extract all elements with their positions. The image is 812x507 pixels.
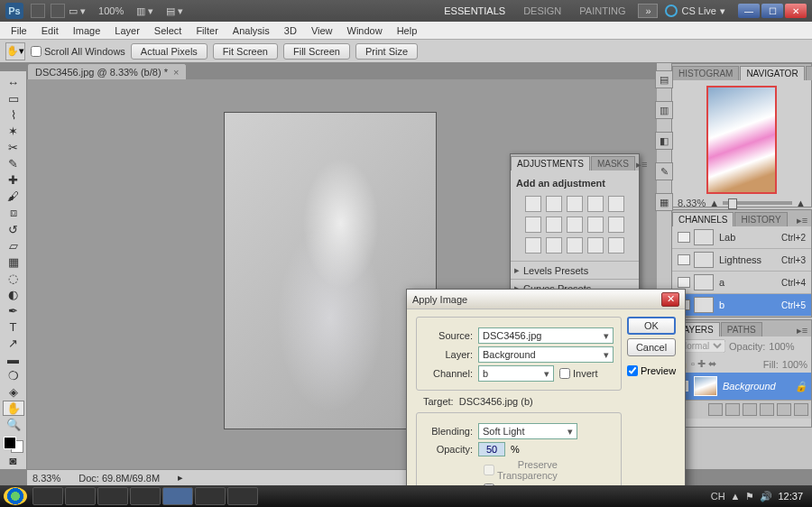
hand-tool-icon[interactable]: ✋ xyxy=(3,401,24,416)
view-extras-dropdown[interactable]: ▭ ▾ xyxy=(65,4,89,19)
workspace-more-icon[interactable]: » xyxy=(638,4,658,18)
ok-button[interactable]: OK xyxy=(627,317,676,335)
quickmask-icon[interactable]: ◙ xyxy=(3,453,24,468)
blur-tool-icon[interactable]: ◌ xyxy=(3,271,24,286)
healing-tool-icon[interactable]: ✚ xyxy=(3,172,24,188)
visibility-icon[interactable] xyxy=(678,232,690,243)
blending-combo[interactable]: Soft Light▾ xyxy=(478,423,577,439)
status-zoom[interactable]: 8.33% xyxy=(32,473,60,484)
taskbar-item-photoshop[interactable] xyxy=(162,487,193,505)
panel-menu-icon[interactable]: ▸≡ xyxy=(636,159,647,171)
3dcamera-tool-icon[interactable]: ◈ xyxy=(3,384,24,400)
selectivecolor-icon[interactable] xyxy=(608,237,624,254)
tab-masks[interactable]: MASKS xyxy=(591,156,635,171)
eraser-tool-icon[interactable]: ▱ xyxy=(3,238,24,254)
tab-info[interactable]: INFO xyxy=(806,66,812,80)
channelmixer-icon[interactable] xyxy=(608,217,624,233)
new-layer-icon[interactable] xyxy=(777,403,791,416)
photofilter-icon[interactable] xyxy=(587,217,604,233)
window-maximize-button[interactable]: ☐ xyxy=(761,4,783,18)
brightness-icon[interactable] xyxy=(525,196,541,212)
menu-image[interactable]: Image xyxy=(66,23,108,38)
start-button[interactable] xyxy=(4,487,27,505)
zoom-tool-icon[interactable]: 🔍 xyxy=(3,417,24,432)
document-tab[interactable]: DSC3456.jpg @ 8.33% (b/8) * × xyxy=(27,63,187,79)
menu-layer[interactable]: Layer xyxy=(107,23,147,38)
source-combo[interactable]: DSC3456.jpg▾ xyxy=(478,327,614,344)
preview-checkbox[interactable]: Preview xyxy=(627,365,676,376)
dodge-tool-icon[interactable]: ◐ xyxy=(3,287,24,302)
opacity-value[interactable]: 100% xyxy=(769,341,794,352)
bw-icon[interactable] xyxy=(567,217,583,233)
actual-pixels-button[interactable]: Actual Pixels xyxy=(131,43,208,60)
menu-analysis[interactable]: Analysis xyxy=(226,23,277,38)
gradientmap-icon[interactable] xyxy=(587,237,604,254)
menu-window[interactable]: Window xyxy=(340,23,390,38)
collapsed-panel-icon[interactable]: ▤ xyxy=(655,70,673,88)
tab-adjustments[interactable]: ADJUSTMENTS xyxy=(511,156,590,171)
collapsed-panel-icon[interactable]: ▥ xyxy=(655,101,673,119)
volume-icon[interactable]: 🔊 xyxy=(760,491,772,502)
menu-3d[interactable]: 3D xyxy=(277,23,304,38)
panel-menu-icon[interactable]: ▸≡ xyxy=(793,325,811,336)
collapsed-panel-icon[interactable]: ▦ xyxy=(655,193,673,211)
tab-navigator[interactable]: NAVIGATOR xyxy=(740,66,804,80)
network-icon[interactable]: ⚑ xyxy=(745,491,754,502)
tray-icon[interactable]: ▲ xyxy=(731,491,741,502)
scroll-all-windows-checkbox[interactable]: Scroll All Windows xyxy=(31,46,125,57)
system-tray[interactable]: CH ▲ ⚑ 🔊 xyxy=(711,491,773,502)
color-swatch[interactable] xyxy=(4,437,23,453)
marquee-tool-icon[interactable]: ▭ xyxy=(3,91,24,106)
menu-edit[interactable]: Edit xyxy=(34,23,66,38)
hand-tool-preset-icon[interactable]: ✋▾ xyxy=(5,42,25,60)
taskbar-clock[interactable]: 12:37 xyxy=(772,491,808,502)
workspace-design[interactable]: DESIGN xyxy=(514,3,570,19)
history-brush-tool-icon[interactable]: ↺ xyxy=(3,222,24,237)
arrange-icon[interactable]: ▥ ▾ xyxy=(133,4,157,19)
gradient-tool-icon[interactable]: ▦ xyxy=(3,254,24,270)
invert-checkbox[interactable]: Invert xyxy=(559,368,608,379)
collapsed-panel-icon[interactable]: ✎ xyxy=(655,162,673,180)
eyedropper-tool-icon[interactable]: ✎ xyxy=(3,156,24,171)
levels-presets-row[interactable]: Levels Presets xyxy=(511,261,639,279)
menu-view[interactable]: View xyxy=(304,23,340,38)
lasso-tool-icon[interactable]: ⌇ xyxy=(3,107,24,123)
pen-tool-icon[interactable]: ✒ xyxy=(3,303,24,318)
screen-mode-icon[interactable]: ▤ ▾ xyxy=(162,4,187,19)
panel-menu-icon[interactable]: ▸≡ xyxy=(793,215,811,226)
exposure-icon[interactable] xyxy=(587,196,604,212)
language-indicator[interactable]: CH xyxy=(711,491,725,502)
layer-combo[interactable]: Background▾ xyxy=(478,346,614,363)
fx-icon[interactable] xyxy=(708,403,723,416)
workspace-essentials[interactable]: ESSENTIALS xyxy=(435,3,514,19)
layer-row-background[interactable]: Background 🔒 xyxy=(672,373,811,400)
vibrance-icon[interactable] xyxy=(608,196,624,212)
fill-value[interactable]: 100% xyxy=(782,359,807,370)
menu-help[interactable]: Help xyxy=(390,23,425,38)
taskbar-item[interactable] xyxy=(130,487,161,505)
taskbar-item[interactable] xyxy=(227,487,258,505)
3d-tool-icon[interactable]: ❍ xyxy=(3,368,24,383)
taskbar-item[interactable] xyxy=(97,487,128,505)
hue-icon[interactable] xyxy=(525,217,541,233)
stamp-tool-icon[interactable]: ⧈ xyxy=(3,205,24,221)
mask-icon[interactable] xyxy=(725,403,740,416)
zoom-level-dropdown[interactable]: 100% xyxy=(95,4,127,18)
menu-file[interactable]: File xyxy=(4,23,34,38)
window-close-button[interactable]: ✕ xyxy=(785,4,807,18)
crop-tool-icon[interactable]: ✂ xyxy=(3,140,24,155)
taskbar-item[interactable] xyxy=(65,487,96,505)
colorbalance-icon[interactable] xyxy=(546,217,562,233)
curves-icon[interactable] xyxy=(567,196,583,212)
close-tab-icon[interactable]: × xyxy=(173,67,179,78)
tab-paths[interactable]: PATHS xyxy=(721,322,762,336)
taskbar-item[interactable] xyxy=(32,487,63,505)
menu-filter[interactable]: Filter xyxy=(189,23,225,38)
bridge-icon[interactable] xyxy=(31,4,45,18)
type-tool-icon[interactable]: T xyxy=(3,319,24,335)
navigator-zoom-slider[interactable] xyxy=(723,201,792,205)
minibridge-icon[interactable] xyxy=(51,4,65,18)
fit-screen-button[interactable]: Fit Screen xyxy=(213,43,278,60)
delete-layer-icon[interactable] xyxy=(794,403,808,416)
cslive-menu[interactable]: CS Live ▾ xyxy=(665,5,725,17)
